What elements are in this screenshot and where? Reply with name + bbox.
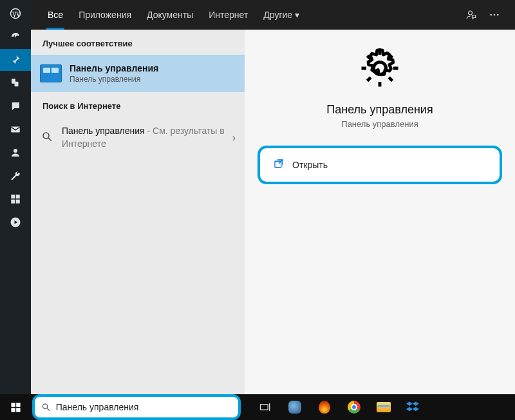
tab-apps[interactable]: Приложения (71, 0, 139, 30)
svg-rect-8 (16, 200, 20, 204)
tab-more[interactable]: Другие ▾ (256, 0, 307, 30)
chevron-down-icon: ▾ (295, 10, 299, 20)
task-view-icon[interactable] (251, 394, 279, 420)
chevron-right-icon: › (232, 132, 236, 144)
svg-point-4 (14, 149, 17, 153)
detail-title: Панель управления (326, 103, 433, 117)
taskbar-flame-icon[interactable] (310, 394, 339, 420)
best-match-result[interactable]: Панель управления Панель управления (31, 55, 245, 92)
best-match-subtitle: Панель управления (70, 75, 158, 84)
rail-widget-icon[interactable] (0, 188, 31, 210)
open-label: Открыть (292, 160, 328, 170)
taskbar-search-box[interactable] (36, 398, 237, 416)
rail-wrench-icon[interactable] (0, 165, 31, 187)
feedback-icon[interactable] (460, 0, 483, 30)
web-result-query: Панель управления (62, 126, 145, 136)
search-tabs-bar: Все Приложения Документы Интернет Другие… (31, 0, 515, 30)
svg-rect-21 (16, 408, 20, 412)
search-results-column: Лучшее соответствие Панель управления Па… (31, 30, 245, 394)
rail-play-icon[interactable] (0, 211, 31, 233)
taskbar-dropbox-icon[interactable] (399, 394, 427, 420)
svg-line-15 (48, 138, 52, 141)
svg-rect-24 (261, 405, 268, 410)
tab-internet[interactable]: Интернет (201, 0, 256, 30)
detail-subtitle: Панель управления (341, 119, 418, 129)
search-box-highlight (32, 394, 241, 420)
svg-rect-18 (11, 403, 15, 406)
rail-dashboard-icon[interactable] (0, 26, 31, 48)
control-panel-icon (40, 64, 62, 82)
svg-rect-6 (16, 195, 20, 198)
svg-point-14 (43, 133, 49, 138)
result-detail-pane: Панель управления Панель управления Откр… (245, 30, 515, 394)
svg-point-12 (494, 14, 496, 16)
taskbar-apps (251, 394, 427, 420)
search-icon (41, 402, 51, 412)
open-button[interactable]: Открыть (264, 152, 496, 178)
rail-mail-icon[interactable] (0, 119, 31, 140)
rail-comment-icon[interactable] (0, 95, 31, 117)
web-search-header: Поиск в Интернете (31, 92, 245, 117)
best-match-title: Панель управления (70, 63, 158, 73)
svg-rect-5 (11, 195, 15, 198)
rail-pages-icon[interactable] (0, 72, 31, 94)
best-match-header: Лучшее соответствие (31, 30, 245, 55)
open-icon (273, 158, 285, 172)
svg-rect-7 (11, 200, 15, 204)
rail-wordpress-icon[interactable] (0, 3, 31, 24)
svg-point-13 (497, 14, 499, 16)
svg-rect-19 (16, 403, 20, 406)
svg-point-11 (490, 14, 492, 16)
best-match-text: Панель управления Панель управления (70, 63, 158, 84)
taskbar (0, 394, 515, 420)
tab-documents[interactable]: Документы (139, 0, 201, 30)
tab-more-label: Другие (263, 10, 292, 20)
rail-user-icon[interactable] (0, 142, 31, 164)
taskbar-paint-icon[interactable] (281, 394, 309, 420)
svg-rect-2 (15, 82, 19, 87)
svg-point-10 (469, 11, 473, 15)
taskbar-chrome-icon[interactable] (340, 394, 368, 420)
open-button-highlight: Открыть (258, 146, 502, 184)
start-button[interactable] (0, 394, 31, 420)
svg-point-22 (42, 404, 47, 408)
taskbar-explorer-icon[interactable] (370, 394, 398, 420)
gear-icon (357, 45, 403, 94)
rail-pin-icon[interactable] (0, 49, 31, 71)
search-input[interactable] (56, 402, 232, 412)
web-result-text: Панель управления - См. результаты в Инт… (62, 125, 234, 150)
wp-admin-rail (0, 0, 31, 394)
search-icon (41, 131, 54, 145)
web-search-result[interactable]: Панель управления - См. результаты в Инт… (31, 117, 245, 158)
more-options-icon[interactable] (483, 0, 506, 30)
svg-line-23 (47, 408, 50, 411)
svg-rect-20 (11, 408, 15, 412)
tab-all[interactable]: Все (40, 0, 71, 30)
